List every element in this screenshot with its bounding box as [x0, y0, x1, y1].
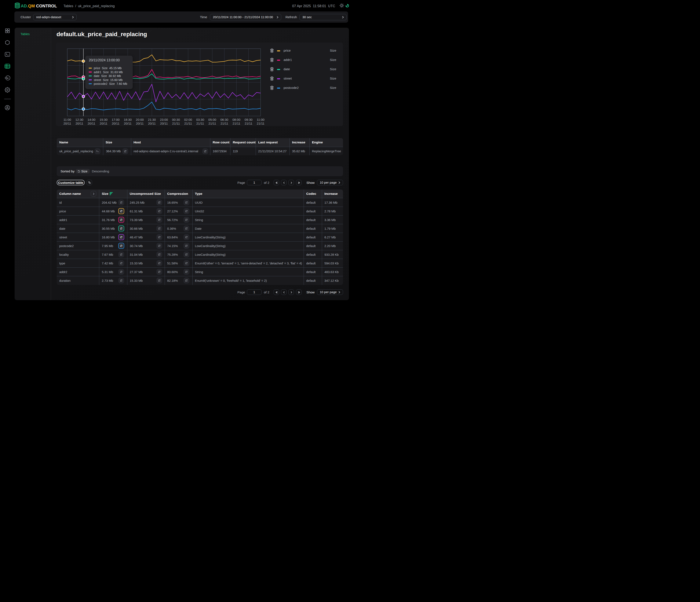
- svg-text:20/11: 20/11: [124, 122, 131, 125]
- svg-text:21/11: 21/11: [221, 122, 228, 125]
- svg-text:21/11: 21/11: [257, 122, 264, 125]
- svg-text:14:00: 14:00: [88, 118, 95, 122]
- svg-text:11:00: 11:00: [64, 118, 71, 122]
- svg-text:20/11: 20/11: [64, 122, 71, 125]
- svg-text:21/11: 21/11: [172, 122, 180, 125]
- svg-text:11:00: 11:00: [257, 118, 264, 122]
- svg-text:20/11: 20/11: [88, 122, 95, 125]
- svg-text:21/11: 21/11: [208, 122, 216, 125]
- svg-text:17:00: 17:00: [112, 118, 120, 122]
- svg-text:12:30: 12:30: [75, 118, 83, 122]
- svg-text:00:30: 00:30: [172, 118, 180, 122]
- svg-text:08:00: 08:00: [232, 118, 241, 122]
- svg-text:21/11: 21/11: [245, 122, 252, 125]
- svg-text:21/11: 21/11: [232, 122, 240, 125]
- svg-text:20/11: 20/11: [112, 122, 119, 125]
- svg-text:05:00: 05:00: [208, 118, 216, 122]
- svg-text:02:00: 02:00: [184, 118, 192, 122]
- svg-text:20/11: 20/11: [160, 122, 168, 125]
- svg-text:20/11: 20/11: [148, 122, 155, 125]
- svg-text:20:00: 20:00: [136, 118, 144, 122]
- svg-text:21/11: 21/11: [196, 122, 204, 125]
- svg-text:20/11: 20/11: [100, 122, 107, 125]
- svg-text:18:30: 18:30: [124, 118, 132, 122]
- svg-text:20/11: 20/11: [136, 122, 144, 125]
- svg-text:20/11: 20/11: [76, 122, 83, 125]
- svg-text:03:30: 03:30: [196, 118, 204, 122]
- svg-text:06:30: 06:30: [220, 118, 228, 122]
- svg-text:09:30: 09:30: [245, 118, 253, 122]
- svg-text:21/11: 21/11: [184, 122, 192, 125]
- svg-text:21:30: 21:30: [148, 118, 156, 122]
- svg-text:15:30: 15:30: [100, 118, 108, 122]
- svg-text:23:00: 23:00: [160, 118, 168, 122]
